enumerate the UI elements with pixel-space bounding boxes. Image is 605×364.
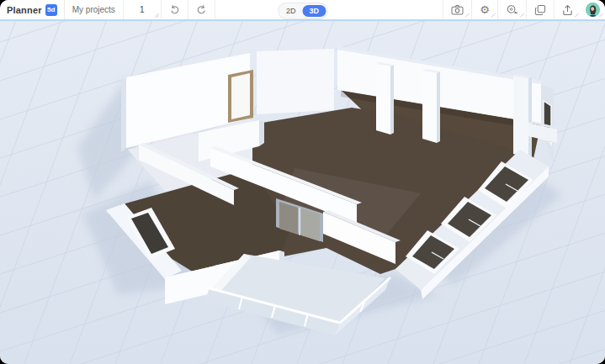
planner5d-window: Planner 5d My projects 1 [0, 0, 605, 364]
corner-grip-icon [598, 13, 603, 18]
brand-name: Planner [7, 5, 42, 15]
planner5d-logo-icon: 5d [45, 4, 57, 16]
floor-selector-value: 1 [140, 5, 145, 14]
settings-button[interactable]: ⚙ [472, 0, 497, 19]
my-projects-button[interactable]: My projects [65, 0, 123, 19]
my-projects-label: My projects [72, 5, 115, 14]
account-button[interactable] [581, 0, 605, 19]
camera-icon [451, 4, 464, 15]
corner-grip-icon [574, 13, 579, 18]
floor-selector[interactable]: 1 [124, 0, 161, 19]
back-middle-wall [257, 49, 337, 114]
measure-button[interactable] [498, 0, 526, 19]
corner-grip-icon [464, 13, 470, 18]
corner-grip-icon [154, 13, 159, 18]
floorplan-3d-viewport[interactable] [0, 21, 605, 364]
share-icon [562, 4, 573, 16]
undo-icon [169, 4, 180, 15]
toolbar-spacer [215, 0, 443, 19]
copy-icon [534, 4, 546, 16]
duplicate-button[interactable] [527, 0, 554, 19]
corner-grip-icon [491, 13, 496, 18]
toolbar-underline [0, 19, 605, 21]
view-mode-toggle: 2D 3D [278, 3, 327, 19]
floorplan-svg [0, 21, 605, 364]
top-toolbar: Planner 5d My projects 1 [0, 0, 605, 19]
undo-button[interactable] [162, 0, 188, 19]
view-2d-button[interactable]: 2D [279, 5, 303, 17]
tape-measure-icon [506, 4, 518, 15]
gear-icon: ⚙ [480, 4, 490, 15]
app-logo[interactable]: Planner 5d [0, 0, 64, 19]
redo-button[interactable] [188, 0, 215, 19]
corner-grip-icon [519, 13, 524, 18]
view-3d-button[interactable]: 3D [303, 5, 326, 17]
redo-icon [196, 4, 207, 15]
snapshot-button[interactable] [443, 0, 471, 19]
share-button[interactable] [555, 0, 581, 19]
door-panel [231, 73, 250, 119]
